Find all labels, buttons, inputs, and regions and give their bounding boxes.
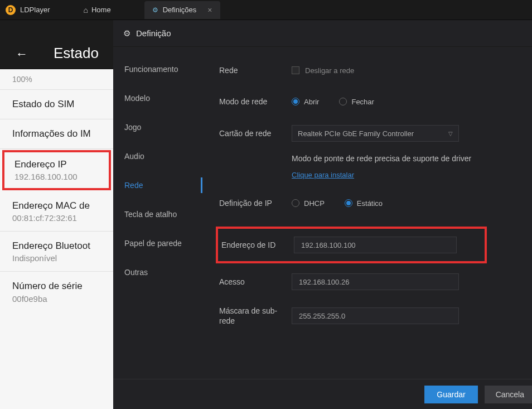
dialog-title: Definição — [136, 28, 171, 38]
nav-jogo[interactable]: Jogo — [113, 113, 202, 142]
nav-rede[interactable]: Rede — [113, 171, 202, 200]
radio-icon — [292, 98, 299, 105]
android-header-title: Estado — [54, 45, 99, 62]
chevron-down-icon: ▽ — [448, 131, 453, 137]
desligar-checkbox[interactable]: Desligar a rede — [292, 66, 354, 75]
modo-label: Modo de rede — [219, 97, 292, 106]
android-header: ← Estado — [0, 20, 113, 69]
nav-funcionamento[interactable]: Funcionamento — [113, 55, 202, 84]
list-item-sim[interactable]: Estado do SIM — [0, 90, 113, 119]
dialog-header: ⚙ Definição — [113, 20, 532, 47]
ip-address-input[interactable] — [294, 237, 457, 253]
radio-icon — [339, 98, 347, 105]
checkbox-icon — [292, 66, 299, 74]
radio-fechar[interactable]: Fechar — [339, 98, 374, 106]
tab-home[interactable]: ⌂ Home — [83, 6, 110, 15]
tab-settings[interactable]: ⚙ Definições × — [144, 1, 220, 19]
title-bar: D LDPlayer ⌂ Home ⚙ Definições × — [0, 0, 532, 20]
app-logo-icon: D — [6, 5, 16, 15]
settings-dialog: ⚙ Definição Funcionamento Modelo Jogo Au… — [113, 20, 532, 409]
cartao-label: Cartão de rede — [219, 129, 292, 138]
list-item-imei[interactable]: Informações do IM — [0, 119, 113, 149]
nav-tecla[interactable]: Tecla de atalho — [113, 200, 202, 229]
endereco-label: Endereço de ID — [221, 240, 294, 249]
settings-content: Rede Desligar a rede Modo de rede Abrir — [202, 47, 532, 379]
nav-papel[interactable]: Papel de parede — [113, 229, 202, 258]
mascara-label: Máscara de sub-rede — [219, 306, 292, 326]
android-status-panel: ← Estado 100% Estado do SIM Informações … — [0, 20, 113, 409]
app-name: LDPlayer — [20, 6, 50, 14]
radio-icon — [292, 199, 299, 207]
battery-percent: 100% — [0, 69, 113, 90]
nav-outras[interactable]: Outras — [113, 258, 202, 287]
radio-estatico[interactable]: Estático — [345, 199, 383, 208]
ip-address-row: Endereço de ID — [216, 227, 487, 263]
gateway-input[interactable] — [292, 273, 459, 290]
home-icon: ⌂ — [83, 6, 88, 15]
close-icon[interactable]: × — [207, 6, 212, 15]
tab-settings-label: Definições — [163, 6, 197, 14]
list-item-ip[interactable]: Endereço IP 192.168.100.100 — [2, 150, 111, 190]
radio-dhcp[interactable]: DHCP — [292, 199, 325, 208]
radio-icon — [345, 199, 352, 207]
ipdef-label: Definição de IP — [219, 199, 292, 208]
dialog-footer: Guardar Cancela — [113, 379, 532, 409]
cancel-button[interactable]: Cancela — [485, 386, 532, 403]
driver-note: Modo de ponte de rede precisa de suporte… — [292, 154, 515, 163]
nav-modelo[interactable]: Modelo — [113, 84, 202, 113]
nav-audio[interactable]: Audio — [113, 142, 202, 171]
rede-label: Rede — [219, 66, 292, 75]
subnet-input[interactable] — [292, 307, 459, 324]
install-link[interactable]: Clique para instalar — [292, 171, 354, 179]
list-item-serial[interactable]: Número de série 00f0e9ba — [0, 272, 113, 311]
list-item-mac[interactable]: Endereço MAC de 00:81:cf:72:32:61 — [0, 191, 113, 232]
gear-icon: ⚙ — [123, 28, 130, 39]
gear-icon: ⚙ — [152, 6, 158, 14]
acesso-label: Acesso — [219, 277, 292, 286]
cartao-select[interactable]: Realtek PCIe GbE Family Controller ▽ — [292, 125, 459, 142]
back-arrow-icon[interactable]: ← — [16, 47, 28, 61]
list-item-bluetooth[interactable]: Endereço Bluetoot Indisponível — [0, 232, 113, 272]
radio-abrir[interactable]: Abrir — [292, 98, 319, 106]
save-button[interactable]: Guardar — [424, 386, 477, 403]
settings-nav: Funcionamento Modelo Jogo Audio Rede Tec… — [113, 47, 202, 379]
home-label: Home — [91, 6, 111, 14]
